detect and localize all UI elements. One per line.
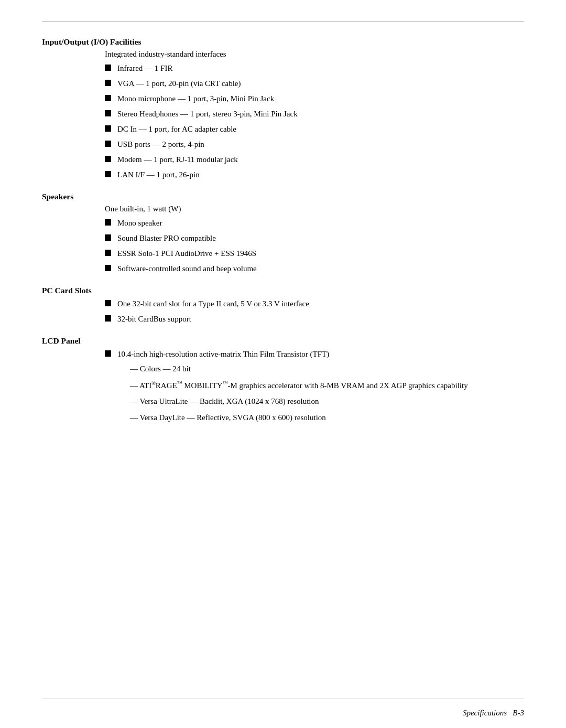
speakers-section: Speakers One built-in, 1 watt (W) Mono s… — [42, 192, 524, 274]
lcd-sub-item: — Colors — 24 bit — [130, 363, 468, 375]
pc-card-slots-section: PC Card Slots One 32-bit card slot for a… — [42, 286, 524, 325]
bullet-icon — [105, 250, 111, 256]
list-item-text: Infrared — 1 FIR — [117, 63, 172, 74]
bullet-icon — [105, 65, 111, 71]
bullet-icon — [105, 219, 111, 226]
lcd-sub-item: — ATI®RAGE™ MOBILITY™-M graphics acceler… — [130, 379, 468, 392]
bullet-icon — [105, 80, 111, 86]
lcd-panel-section: LCD Panel 10.4-inch high-resolution acti… — [42, 336, 524, 427]
bullet-icon — [105, 171, 111, 177]
list-item-text: DC In — 1 port, for AC adapter cable — [117, 124, 236, 135]
list-item: Mono speaker — [105, 218, 524, 229]
list-item-text: One 32-bit card slot for a Type II card,… — [117, 298, 309, 309]
list-item: One 32-bit card slot for a Type II card,… — [105, 298, 524, 309]
pc-card-slots-list: One 32-bit card slot for a Type II card,… — [105, 298, 524, 325]
bullet-icon — [105, 265, 111, 271]
list-item: 32-bit CardBus support — [105, 314, 524, 325]
list-item-text: ESSR Solo-1 PCI AudioDrive + ESS 1946S — [117, 248, 256, 259]
lcd-sub-items: — Colors — 24 bit — ATI®RAGE™ MOBILITY™-… — [130, 363, 468, 423]
lcd-panel-list: 10.4-inch high-resolution active-matrix … — [105, 349, 524, 427]
footer: Specifications B-3 — [463, 709, 524, 718]
list-item: 10.4-inch high-resolution active-matrix … — [105, 349, 524, 427]
list-item-text: LAN I/F — 1 port, 26-pin — [117, 169, 200, 180]
bottom-rule — [42, 699, 524, 699]
list-item: Mono microphone — 1 port, 3-pin, Mini Pi… — [105, 93, 524, 104]
list-item-text: VGA — 1 port, 20-pin (via CRT cable) — [117, 78, 241, 89]
bullet-icon — [105, 234, 111, 241]
list-item-text: Software-controlled sound and beep volum… — [117, 263, 257, 274]
footer-page: B-3 — [513, 709, 524, 717]
speakers-heading: Speakers — [42, 192, 524, 201]
list-item: Modem — 1 port, RJ-11 modular jack — [105, 154, 524, 165]
footer-label: Specifications — [463, 709, 507, 717]
speakers-intro: One built-in, 1 watt (W) — [105, 205, 524, 213]
lcd-main-bullet-text: 10.4-inch high-resolution active-matrix … — [117, 350, 329, 358]
list-item: DC In — 1 port, for AC adapter cable — [105, 124, 524, 135]
lcd-sub-item: — Versa DayLite — Reflective, SVGA (800 … — [130, 412, 468, 424]
list-item: LAN I/F — 1 port, 26-pin — [105, 169, 524, 180]
bullet-icon — [105, 300, 111, 306]
list-item: Infrared — 1 FIR — [105, 63, 524, 74]
list-item: VGA — 1 port, 20-pin (via CRT cable) — [105, 78, 524, 89]
pc-card-slots-heading: PC Card Slots — [42, 286, 524, 295]
bullet-icon — [105, 141, 111, 147]
lcd-panel-heading: LCD Panel — [42, 336, 524, 346]
io-facilities-section: Input/Output (I/O) Facilities Integrated… — [42, 37, 524, 180]
list-item-text: Sound Blaster PRO compatible — [117, 233, 216, 244]
bullet-icon — [105, 95, 111, 101]
page: Input/Output (I/O) Facilities Integrated… — [0, 0, 566, 728]
list-item: ESSR Solo-1 PCI AudioDrive + ESS 1946S — [105, 248, 524, 259]
speakers-list: Mono speaker Sound Blaster PRO compatibl… — [105, 218, 524, 274]
io-facilities-intro: Integrated industry-standard interfaces — [105, 50, 524, 59]
list-item-text: 32-bit CardBus support — [117, 314, 191, 325]
top-rule — [42, 21, 524, 22]
lcd-sub-item: — Versa UltraLite — Backlit, XGA (1024 x… — [130, 395, 468, 408]
list-item-text: Stereo Headphones — 1 port, stereo 3-pin… — [117, 109, 298, 120]
bullet-icon — [105, 350, 111, 357]
bullet-icon — [105, 156, 111, 162]
io-facilities-list: Infrared — 1 FIR VGA — 1 port, 20-pin (v… — [105, 63, 524, 180]
list-item: Software-controlled sound and beep volum… — [105, 263, 524, 274]
list-item-text: Mono microphone — 1 port, 3-pin, Mini Pi… — [117, 93, 274, 104]
list-item: USB ports — 2 ports, 4-pin — [105, 139, 524, 150]
list-item: Stereo Headphones — 1 port, stereo 3-pin… — [105, 109, 524, 120]
list-item-text: Mono speaker — [117, 218, 162, 229]
lcd-sub-item-text: — ATI®RAGE™ MOBILITY™-M graphics acceler… — [130, 381, 468, 390]
bullet-icon — [105, 125, 111, 132]
io-facilities-heading: Input/Output (I/O) Facilities — [42, 37, 524, 47]
bullet-icon — [105, 315, 111, 322]
bullet-icon — [105, 110, 111, 116]
list-item-text: USB ports — 2 ports, 4-pin — [117, 139, 204, 150]
list-item-text: Modem — 1 port, RJ-11 modular jack — [117, 154, 238, 165]
list-item: Sound Blaster PRO compatible — [105, 233, 524, 244]
